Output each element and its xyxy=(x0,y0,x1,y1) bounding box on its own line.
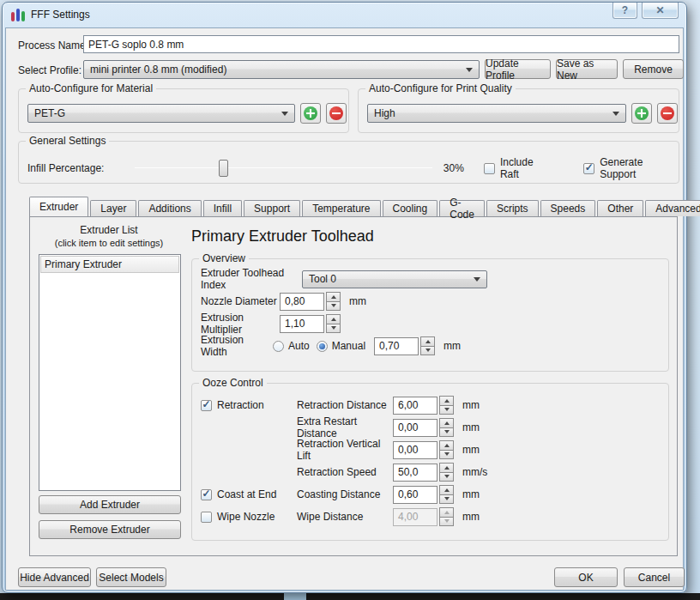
extrusion-width-manual-radio[interactable] xyxy=(317,341,328,352)
spinner-buttons[interactable] xyxy=(439,396,454,415)
include-raft-checkbox[interactable] xyxy=(484,163,495,174)
settings-tab-bar: Extruder Layer Additions Infill Support … xyxy=(29,197,700,216)
extra-restart-distance-label: Extra Restart Distance xyxy=(297,415,393,439)
extrusion-multiplier-input[interactable]: 1,10 xyxy=(280,315,324,333)
ok-button[interactable]: OK xyxy=(554,567,618,587)
update-profile-button[interactable]: Update Profile xyxy=(485,59,551,79)
extruder-list-header: Extruder List (click item to edit settin… xyxy=(35,224,183,250)
process-name-value: PET-G soplo 0.8 mm xyxy=(88,39,184,51)
wipe-nozzle-checkbox[interactable] xyxy=(201,512,212,523)
title-bar[interactable]: FFF Settings ? ✕ xyxy=(3,3,686,27)
nozzle-diameter-input[interactable]: 0,80 xyxy=(280,293,324,311)
overview-title: Overview xyxy=(199,252,249,264)
close-button[interactable]: ✕ xyxy=(642,3,679,19)
tab-layer[interactable]: Layer xyxy=(90,200,136,216)
general-settings-title: General Settings xyxy=(26,135,109,147)
retraction-distance-field: 6,00 xyxy=(393,396,454,415)
extra-restart-distance-input[interactable]: 0,00 xyxy=(393,419,438,437)
save-as-new-button[interactable]: Save as New xyxy=(556,59,618,79)
generate-support-checkbox[interactable]: ✓ xyxy=(583,163,594,174)
tab-advanced[interactable]: Advanced xyxy=(645,200,700,216)
nozzle-diameter-label: Nozzle Diameter xyxy=(201,295,280,307)
spinner-buttons[interactable] xyxy=(326,292,341,311)
tab-additions[interactable]: Additions xyxy=(138,200,201,216)
spinner-buttons[interactable] xyxy=(439,440,454,459)
profile-combobox[interactable]: mini printer 0.8 mm (modified) xyxy=(83,60,480,79)
coast-at-end-checkbox[interactable]: ✓ xyxy=(201,489,212,500)
profile-combobox-value: mini printer 0.8 mm (modified) xyxy=(90,64,226,76)
spin-up-icon xyxy=(439,485,454,495)
remove-profile-button[interactable]: Remove xyxy=(623,59,684,79)
extruder-tab-pane: Extruder List (click item to edit settin… xyxy=(29,216,678,556)
spin-down-icon xyxy=(439,473,454,482)
spinner-buttons[interactable] xyxy=(439,418,454,437)
add-quality-button[interactable] xyxy=(631,103,652,124)
overview-group: Overview Extruder Toolhead Index Tool 0 … xyxy=(191,258,669,372)
coasting-distance-field: 0,60 xyxy=(393,485,454,504)
toolhead-index-label: Extruder Toolhead Index xyxy=(201,267,302,291)
wipe-distance-unit: mm xyxy=(462,511,480,523)
extrusion-width-manual-label: Manual xyxy=(332,340,365,352)
nozzle-diameter-field: 0,80 xyxy=(280,292,341,311)
extrusion-width-auto-radio[interactable] xyxy=(273,341,284,352)
retraction-distance-input[interactable]: 6,00 xyxy=(393,397,438,415)
auto-configure-quality-group: Auto-Configure for Print Quality High xyxy=(358,88,679,133)
retraction-speed-unit: mm/s xyxy=(462,466,487,478)
include-raft-label: Include Raft xyxy=(500,156,552,180)
dialog-client-area: Process Name: PET-G soplo 0.8 mm Select … xyxy=(5,27,684,591)
select-models-button[interactable]: Select Models xyxy=(96,567,166,587)
infill-slider[interactable] xyxy=(135,160,431,177)
spinner-buttons[interactable] xyxy=(420,336,435,355)
tab-other[interactable]: Other xyxy=(597,200,643,216)
hide-advanced-button[interactable]: Hide Advanced xyxy=(18,567,91,587)
retraction-vertical-lift-unit: mm xyxy=(462,444,480,456)
retraction-speed-field: 50,0 xyxy=(393,463,454,482)
add-material-button[interactable] xyxy=(300,103,321,124)
desktop-background xyxy=(0,593,700,600)
remove-quality-button[interactable] xyxy=(657,103,678,124)
retraction-distance-unit: mm xyxy=(462,399,480,411)
tab-speeds[interactable]: Speeds xyxy=(540,200,596,216)
spinner-buttons[interactable] xyxy=(439,485,454,504)
spinner-buttons[interactable] xyxy=(439,463,454,482)
spin-down-icon xyxy=(439,428,454,438)
remove-extruder-button[interactable]: Remove Extruder xyxy=(39,520,181,539)
coasting-distance-input[interactable]: 0,60 xyxy=(393,486,438,504)
retraction-vertical-lift-field: 0,00 xyxy=(393,440,454,459)
minus-icon xyxy=(661,106,674,120)
spin-down-icon xyxy=(326,324,341,334)
toolhead-index-combobox[interactable]: Tool 0 xyxy=(302,270,487,288)
remove-material-button[interactable] xyxy=(326,103,347,124)
spin-down-icon xyxy=(420,347,435,356)
process-name-input[interactable]: PET-G soplo 0.8 mm xyxy=(83,35,679,53)
extruder-list-title: Extruder List xyxy=(35,224,183,237)
retraction-vertical-lift-input[interactable]: 0,00 xyxy=(393,441,438,459)
extrusion-width-auto-label: Auto xyxy=(288,340,310,352)
spinner-buttons[interactable] xyxy=(326,314,341,333)
tab-cooling[interactable]: Cooling xyxy=(383,200,438,216)
material-combobox[interactable]: PET-G xyxy=(27,104,295,123)
retraction-checkbox[interactable]: ✓ xyxy=(201,400,212,411)
tab-infill[interactable]: Infill xyxy=(203,200,242,216)
tab-temperature[interactable]: Temperature xyxy=(302,200,380,216)
quality-combobox[interactable]: High xyxy=(367,104,626,123)
tab-scripts[interactable]: Scripts xyxy=(486,200,539,216)
infill-slider-track[interactable] xyxy=(135,167,431,168)
retraction-speed-input[interactable]: 50,0 xyxy=(393,464,438,482)
checkmark-icon: ✓ xyxy=(202,399,210,409)
process-name-label: Process Name: xyxy=(18,39,88,52)
dropdown-arrow-icon xyxy=(466,68,473,76)
list-item[interactable]: Primary Extruder xyxy=(40,256,179,273)
tab-extruder[interactable]: Extruder xyxy=(29,197,88,216)
tab-support[interactable]: Support xyxy=(244,200,300,216)
add-extruder-button[interactable]: Add Extruder xyxy=(39,495,181,514)
tab-gcode[interactable]: G-Code xyxy=(439,200,485,216)
toolhead-index-value: Tool 0 xyxy=(309,273,336,285)
spin-up-icon xyxy=(439,440,454,451)
spin-up-icon xyxy=(326,292,341,302)
extruder-listbox[interactable]: Primary Extruder xyxy=(39,254,181,491)
cancel-button[interactable]: Cancel xyxy=(624,567,685,587)
extrusion-width-input[interactable]: 0,70 xyxy=(374,337,419,355)
help-button[interactable]: ? xyxy=(612,3,637,19)
infill-slider-thumb[interactable] xyxy=(219,160,228,177)
